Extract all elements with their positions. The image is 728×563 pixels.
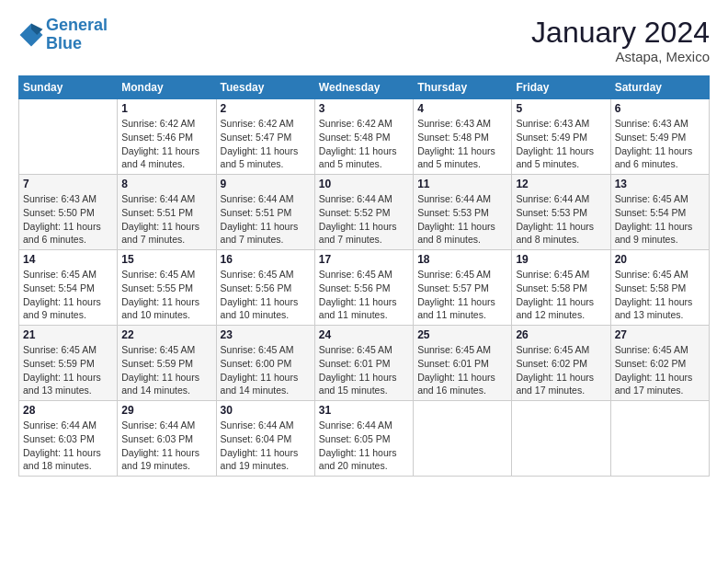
calendar-cell [610,401,709,477]
sunrise-info: Sunrise: 6:44 AM [221,193,294,204]
sunrise-info: Sunrise: 6:43 AM [23,193,97,204]
sunset-info: Sunset: 5:56 PM [221,282,292,293]
daylight-info: Daylight: 11 hours and 17 minutes. [615,372,693,396]
sunrise-info: Sunrise: 6:45 AM [121,269,195,280]
daylight-info: Daylight: 11 hours and 17 minutes. [516,372,594,396]
sunrise-info: Sunrise: 6:42 AM [121,118,195,129]
col-monday: Monday [118,76,216,99]
day-number: 3 [319,102,409,115]
sunrise-info: Sunrise: 6:45 AM [23,344,97,355]
week-row-4: 21Sunrise: 6:45 AMSunset: 5:59 PMDayligh… [19,326,710,401]
day-number: 2 [221,102,311,115]
week-row-3: 14Sunrise: 6:45 AMSunset: 5:54 PMDayligh… [19,250,710,326]
day-number: 21 [23,328,113,341]
calendar-cell: 20Sunrise: 6:45 AMSunset: 5:58 PMDayligh… [610,250,709,326]
calendar-cell: 23Sunrise: 6:45 AMSunset: 6:00 PMDayligh… [216,326,314,401]
calendar-cell: 30Sunrise: 6:44 AMSunset: 6:04 PMDayligh… [216,401,314,477]
sunrise-info: Sunrise: 6:43 AM [615,118,688,129]
header-row: Sunday Monday Tuesday Wednesday Thursday… [19,76,710,99]
page: General Blue January 2024 Astapa, Mexico… [0,0,728,486]
daylight-info: Daylight: 11 hours and 13 minutes. [23,372,101,396]
sunset-info: Sunset: 6:03 PM [23,433,95,444]
title-block: January 2024 Astapa, Mexico [531,17,710,64]
sunrise-info: Sunrise: 6:44 AM [221,419,294,431]
daylight-info: Daylight: 11 hours and 5 minutes. [319,145,397,170]
sunset-info: Sunset: 5:58 PM [516,282,587,293]
sunrise-info: Sunrise: 6:45 AM [23,269,97,280]
sunset-info: Sunset: 5:50 PM [23,207,95,218]
sunrise-info: Sunrise: 6:44 AM [319,193,392,204]
subtitle: Astapa, Mexico [531,49,710,64]
calendar-cell: 4Sunrise: 6:43 AMSunset: 5:48 PMDaylight… [414,99,512,175]
daylight-info: Daylight: 11 hours and 10 minutes. [221,296,299,321]
calendar-cell: 9Sunrise: 6:44 AMSunset: 5:51 PMDaylight… [216,175,314,250]
calendar-cell: 6Sunrise: 6:43 AMSunset: 5:49 PMDaylight… [610,99,709,175]
daylight-info: Daylight: 11 hours and 19 minutes. [121,447,199,472]
calendar-cell: 17Sunrise: 6:45 AMSunset: 5:56 PMDayligh… [314,250,413,326]
day-number: 1 [121,102,211,115]
daylight-info: Daylight: 11 hours and 9 minutes. [615,221,693,246]
calendar-cell [512,401,610,477]
calendar-cell: 5Sunrise: 6:43 AMSunset: 5:49 PMDaylight… [512,99,610,175]
day-number: 23 [221,328,311,341]
daylight-info: Daylight: 11 hours and 8 minutes. [417,221,495,246]
daylight-info: Daylight: 11 hours and 10 minutes. [121,296,199,321]
calendar-cell: 21Sunrise: 6:45 AMSunset: 5:59 PMDayligh… [19,326,118,401]
calendar-cell: 10Sunrise: 6:44 AMSunset: 5:52 PMDayligh… [314,175,413,250]
logo-line1: General [46,16,108,34]
day-number: 9 [221,178,311,190]
sunrise-info: Sunrise: 6:42 AM [221,118,294,129]
sunset-info: Sunset: 5:49 PM [516,132,587,143]
calendar-cell: 27Sunrise: 6:45 AMSunset: 6:02 PMDayligh… [610,326,709,401]
sunrise-info: Sunrise: 6:44 AM [417,193,491,204]
calendar-cell [414,401,512,477]
day-number: 8 [121,178,211,190]
day-number: 19 [516,253,606,266]
day-number: 22 [121,328,211,341]
daylight-info: Daylight: 11 hours and 19 minutes. [221,447,299,472]
day-number: 26 [516,328,606,341]
sunset-info: Sunset: 5:52 PM [319,207,391,218]
sunrise-info: Sunrise: 6:45 AM [615,344,688,355]
sunset-info: Sunset: 6:01 PM [319,358,391,369]
day-number: 14 [23,253,113,266]
sunset-info: Sunset: 6:02 PM [615,358,687,369]
sunrise-info: Sunrise: 6:44 AM [121,419,195,431]
daylight-info: Daylight: 11 hours and 16 minutes. [417,372,495,396]
day-number: 5 [516,102,606,115]
sunset-info: Sunset: 6:05 PM [319,433,391,444]
col-wednesday: Wednesday [314,76,413,99]
day-number: 6 [615,102,705,115]
calendar-cell: 25Sunrise: 6:45 AMSunset: 6:01 PMDayligh… [414,326,512,401]
daylight-info: Daylight: 11 hours and 7 minutes. [221,221,299,246]
calendar-cell: 8Sunrise: 6:44 AMSunset: 5:51 PMDaylight… [118,175,216,250]
week-row-2: 7Sunrise: 6:43 AMSunset: 5:50 PMDaylight… [19,175,710,250]
sunset-info: Sunset: 5:47 PM [221,132,292,143]
daylight-info: Daylight: 11 hours and 5 minutes. [516,145,594,170]
sunset-info: Sunset: 5:51 PM [221,207,292,218]
sunset-info: Sunset: 5:53 PM [417,207,489,218]
main-title: January 2024 [531,17,710,49]
day-number: 20 [615,253,705,266]
sunset-info: Sunset: 6:00 PM [221,358,292,369]
day-number: 15 [121,253,211,266]
sunset-info: Sunset: 5:54 PM [23,282,95,293]
daylight-info: Daylight: 11 hours and 13 minutes. [615,296,693,321]
daylight-info: Daylight: 11 hours and 14 minutes. [121,372,199,396]
sunrise-info: Sunrise: 6:44 AM [23,419,97,431]
sunrise-info: Sunrise: 6:44 AM [516,193,589,204]
day-number: 18 [417,253,507,266]
day-number: 13 [615,178,705,190]
sunrise-info: Sunrise: 6:45 AM [516,269,589,280]
daylight-info: Daylight: 11 hours and 6 minutes. [615,145,693,170]
week-row-1: 1Sunrise: 6:42 AMSunset: 5:46 PMDaylight… [19,99,710,175]
sunrise-info: Sunrise: 6:45 AM [221,269,294,280]
sunset-info: Sunset: 6:03 PM [121,433,193,444]
day-number: 29 [121,404,211,417]
logo: General Blue [18,17,108,53]
calendar-cell: 11Sunrise: 6:44 AMSunset: 5:53 PMDayligh… [414,175,512,250]
sunset-info: Sunset: 6:02 PM [516,358,587,369]
daylight-info: Daylight: 11 hours and 15 minutes. [319,372,397,396]
day-number: 12 [516,178,606,190]
sunrise-info: Sunrise: 6:44 AM [319,419,392,431]
